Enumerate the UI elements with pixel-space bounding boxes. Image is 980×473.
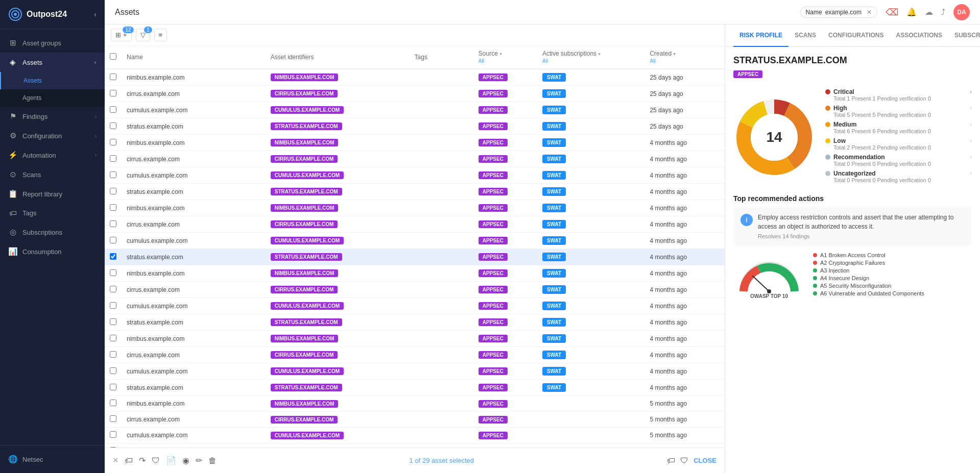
table-row[interactable]: stratus.example.com STRATUS.EXAMPLE.COM … bbox=[105, 249, 725, 265]
table-row[interactable]: nimbus.example.com NIMBUS.EXAMPLE.COM AP… bbox=[105, 135, 725, 151]
sidebar-item-asset-groups[interactable]: ⊞ Asset groups bbox=[0, 33, 105, 53]
sidebar-item-netsec[interactable]: 🌐 Netsec bbox=[8, 451, 97, 468]
filter-chip[interactable]: Name example.com ✕ bbox=[800, 7, 877, 18]
row-checkbox[interactable] bbox=[110, 400, 116, 406]
shield-right-icon[interactable]: 🛡 bbox=[680, 456, 688, 465]
tab-subscriptions[interactable]: SUBSCRIPTIONS bbox=[948, 24, 980, 47]
delete-action-icon[interactable]: 🗑 bbox=[208, 456, 217, 465]
row-checkbox[interactable] bbox=[110, 384, 116, 390]
edit-action-icon[interactable]: ✏ bbox=[196, 456, 202, 465]
col-header-created[interactable]: Created ▾All bbox=[644, 46, 725, 69]
medium-arrow[interactable]: › bbox=[970, 121, 972, 128]
table-row[interactable]: nimbus.example.com NIMBUS.EXAMPLE.COM AP… bbox=[105, 396, 725, 412]
uncategorized-arrow[interactable]: › bbox=[970, 170, 972, 177]
upload-icon[interactable]: ☁ bbox=[925, 7, 933, 17]
table-row[interactable]: nimbus.example.com NIMBUS.EXAMPLE.COM AP… bbox=[105, 265, 725, 282]
sidebar-item-label: Tags bbox=[22, 209, 97, 217]
row-checkbox[interactable] bbox=[110, 318, 116, 325]
tab-associations[interactable]: ASSOCIATIONS bbox=[890, 24, 948, 47]
subs-badge: SWAT bbox=[542, 351, 566, 359]
row-checkbox[interactable] bbox=[110, 286, 116, 292]
table-row[interactable]: cirrus.example.com CIRRUS.EXAMPLE.COM AP… bbox=[105, 216, 725, 233]
table-row[interactable]: cumulus.example.com CUMULUS.EXAMPLE.COM … bbox=[105, 428, 725, 443]
sidebar-collapse-button[interactable]: ‹ bbox=[94, 10, 97, 18]
row-checkbox[interactable] bbox=[110, 269, 116, 276]
row-checkbox[interactable] bbox=[110, 415, 116, 422]
table-row[interactable]: cumulus.example.com CUMULUS.EXAMPLE.COM … bbox=[105, 233, 725, 249]
col-header-subscriptions[interactable]: Active subscriptions ▾All bbox=[537, 46, 644, 69]
bottom-bar-right: 🏷 🛡 CLOSE bbox=[667, 456, 716, 465]
row-checkbox[interactable] bbox=[110, 204, 116, 211]
row-checkbox[interactable] bbox=[110, 188, 116, 194]
avatar[interactable]: DA bbox=[953, 4, 970, 20]
sidebar-item-findings[interactable]: ⚑ Findings › bbox=[0, 107, 105, 126]
table-row[interactable]: cirrus.example.com CIRRUS.EXAMPLE.COM AP… bbox=[105, 86, 725, 102]
table-row[interactable]: cumulus.example.com CUMULUS.EXAMPLE.COM … bbox=[105, 102, 725, 118]
table-row[interactable]: stratus.example.com STRATUS.EXAMPLE.COM … bbox=[105, 184, 725, 200]
scan-action-icon[interactable]: ◉ bbox=[182, 456, 189, 465]
table-row[interactable]: nimbus.example.com NIMBUS.EXAMPLE.COM AP… bbox=[105, 200, 725, 216]
tab-risk-profile[interactable]: RISK PROFILE bbox=[733, 24, 788, 47]
row-checkbox[interactable] bbox=[110, 367, 116, 374]
sidebar-item-report-library[interactable]: 📋 Report library bbox=[0, 184, 105, 204]
tab-configurations[interactable]: CONFIGURATIONS bbox=[822, 24, 890, 47]
table-row[interactable]: stratus.example.com STRATUS.EXAMPLE.COM … bbox=[105, 380, 725, 396]
row-checkbox[interactable] bbox=[110, 122, 116, 129]
row-checkbox[interactable] bbox=[110, 171, 116, 178]
table-row[interactable]: stratus.example.com STRATUS.EXAMPLE.COM … bbox=[105, 443, 725, 448]
deselect-button[interactable]: × bbox=[113, 455, 118, 466]
table-row[interactable]: stratus.example.com STRATUS.EXAMPLE.COM … bbox=[105, 314, 725, 331]
table-row[interactable]: cirrus.example.com CIRRUS.EXAMPLE.COM AP… bbox=[105, 282, 725, 298]
tag-action-icon[interactable]: 🏷 bbox=[125, 456, 133, 465]
table-row[interactable]: cirrus.example.com CIRRUS.EXAMPLE.COM AP… bbox=[105, 151, 725, 167]
row-checkbox[interactable] bbox=[110, 73, 116, 80]
asset-source-cell: APPSEC bbox=[473, 265, 537, 282]
tab-scans[interactable]: SCANS bbox=[788, 24, 822, 47]
table-row[interactable]: cirrus.example.com CIRRUS.EXAMPLE.COM AP… bbox=[105, 347, 725, 363]
filter-clear-icon[interactable]: ⌫ bbox=[886, 7, 898, 18]
move-action-icon[interactable]: ↷ bbox=[139, 456, 146, 465]
row-checkbox[interactable] bbox=[110, 220, 116, 227]
sidebar-item-assets[interactable]: ◈ Assets ▾ bbox=[0, 53, 105, 72]
notification-icon[interactable]: 🔔 bbox=[906, 7, 917, 17]
row-checkbox[interactable] bbox=[110, 253, 116, 260]
row-checkbox[interactable] bbox=[110, 237, 116, 243]
row-checkbox[interactable] bbox=[110, 302, 116, 309]
select-all-checkbox[interactable] bbox=[110, 53, 116, 60]
row-checkbox[interactable] bbox=[110, 106, 116, 113]
identifier-badge: CUMULUS.EXAMPLE.COM bbox=[271, 171, 344, 179]
table-row[interactable]: nimbus.example.com NIMBUS.EXAMPLE.COM AP… bbox=[105, 69, 725, 86]
row-checkbox[interactable] bbox=[110, 139, 116, 145]
col-header-source[interactable]: Source ▾All bbox=[473, 46, 537, 69]
critical-arrow[interactable]: › bbox=[970, 89, 972, 95]
table-row[interactable]: nimbus.example.com NIMBUS.EXAMPLE.COM AP… bbox=[105, 331, 725, 347]
sidebar-item-subscriptions[interactable]: ◎ Subscriptions bbox=[0, 222, 105, 242]
sidebar-item-assets-sub[interactable]: Assets bbox=[0, 72, 105, 89]
row-checkbox[interactable] bbox=[110, 431, 116, 438]
table-row[interactable]: stratus.example.com STRATUS.EXAMPLE.COM … bbox=[105, 118, 725, 135]
filter-remove-button[interactable]: ✕ bbox=[867, 9, 872, 16]
row-checkbox[interactable] bbox=[110, 90, 116, 96]
row-checkbox[interactable] bbox=[110, 335, 116, 341]
sidebar-item-automation[interactable]: ⚡ Automation › bbox=[0, 145, 105, 165]
sidebar-item-agents-sub[interactable]: Agents bbox=[0, 89, 105, 107]
export-icon[interactable]: ⤴ bbox=[941, 8, 945, 17]
view-toggle-button[interactable]: ≡ bbox=[154, 29, 168, 41]
sidebar-item-consumption[interactable]: 📊 Consumption bbox=[0, 242, 105, 261]
sidebar-item-tags[interactable]: 🏷 Tags bbox=[0, 204, 105, 222]
table-row[interactable]: cirrus.example.com CIRRUS.EXAMPLE.COM AP… bbox=[105, 412, 725, 428]
shield-action-icon[interactable]: 🛡 bbox=[152, 456, 160, 465]
low-arrow[interactable]: › bbox=[970, 137, 972, 144]
row-checkbox[interactable] bbox=[110, 351, 116, 358]
high-arrow[interactable]: › bbox=[970, 105, 972, 112]
copy-action-icon[interactable]: 📄 bbox=[166, 456, 176, 465]
sidebar-item-scans[interactable]: ⊙ Scans bbox=[0, 165, 105, 184]
row-checkbox[interactable] bbox=[110, 155, 116, 162]
sidebar-item-configuration[interactable]: ⚙ Configuration › bbox=[0, 126, 105, 145]
table-row[interactable]: cumulus.example.com CUMULUS.EXAMPLE.COM … bbox=[105, 298, 725, 314]
table-row[interactable]: cumulus.example.com CUMULUS.EXAMPLE.COM … bbox=[105, 363, 725, 380]
table-row[interactable]: cumulus.example.com CUMULUS.EXAMPLE.COM … bbox=[105, 167, 725, 184]
tag-right-icon[interactable]: 🏷 bbox=[667, 456, 675, 465]
close-panel-button[interactable]: CLOSE bbox=[694, 457, 716, 464]
recommendation-arrow[interactable]: › bbox=[970, 154, 972, 161]
